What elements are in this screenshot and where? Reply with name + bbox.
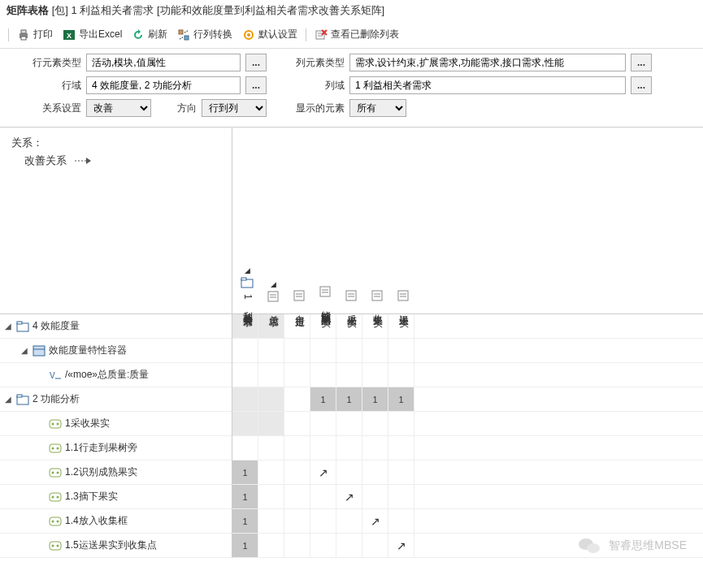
matrix-cell[interactable] (232, 314, 258, 338)
matrix-cell[interactable]: 1 (388, 387, 414, 411)
print-button[interactable]: 打印 (14, 26, 56, 43)
transpose-button[interactable]: 行列转换 (174, 26, 236, 43)
matrix-cell[interactable] (284, 460, 310, 484)
matrix-cell[interactable] (258, 509, 284, 533)
matrix-cell[interactable] (284, 339, 310, 362)
col-type-input[interactable] (349, 54, 626, 71)
tree-row[interactable]: 1.5运送果实到收集点 (0, 534, 232, 558)
matrix-cell[interactable] (362, 534, 388, 557)
matrix-cell[interactable]: ↗ (388, 534, 414, 557)
display-select[interactable]: 所有 (349, 99, 406, 117)
matrix-cell[interactable] (310, 412, 336, 435)
matrix-cell[interactable] (232, 363, 258, 387)
matrix-cell[interactable] (310, 363, 336, 387)
matrix-cell[interactable] (336, 509, 362, 533)
matrix-cell[interactable]: 1 (362, 387, 388, 411)
expander-icon[interactable]: ◢ (21, 346, 29, 355)
matrix-cell[interactable] (310, 339, 336, 362)
matrix-cell[interactable] (310, 534, 336, 557)
matrix-cell[interactable] (336, 314, 362, 338)
matrix-cell[interactable] (362, 314, 388, 338)
matrix-cell[interactable]: ↗ (336, 485, 362, 508)
matrix-cell[interactable] (362, 485, 388, 508)
column-header[interactable]: 采摘果实 (338, 128, 364, 313)
matrix-cell[interactable] (362, 460, 388, 484)
col-domain-input[interactable] (349, 76, 626, 94)
matrix-cell[interactable] (284, 314, 310, 338)
matrix-cell[interactable] (258, 460, 284, 484)
matrix-cell[interactable] (388, 436, 414, 460)
direction-select[interactable]: 行到列 (202, 99, 267, 117)
view-deleted-button[interactable]: 查看已删除列表 (311, 26, 402, 43)
row-domain-browse[interactable]: ... (245, 76, 267, 94)
matrix-cell[interactable] (258, 412, 284, 435)
matrix-cell[interactable] (310, 314, 336, 338)
matrix-cell[interactable] (284, 436, 310, 460)
matrix-cell[interactable] (336, 363, 362, 387)
column-header[interactable]: ◢总需求 (260, 128, 286, 313)
export-excel-button[interactable]: X 导出Excel (59, 26, 125, 43)
matrix-cell[interactable] (388, 363, 414, 387)
matrix-cell[interactable] (284, 509, 310, 533)
matrix-cell[interactable] (388, 509, 414, 533)
column-header[interactable]: 自主行走 (286, 128, 312, 313)
matrix-cell[interactable]: 1 (232, 460, 258, 484)
matrix-cell[interactable] (362, 436, 388, 460)
matrix-cell[interactable] (336, 534, 362, 557)
matrix-cell[interactable] (388, 314, 414, 338)
row-type-input[interactable] (86, 54, 241, 71)
tree-row[interactable]: 1.2识别成熟果实 (0, 460, 232, 485)
column-header[interactable]: 收集果实 (364, 128, 390, 313)
matrix-cell[interactable]: 1 (336, 387, 362, 411)
matrix-cell[interactable] (388, 412, 414, 435)
matrix-cell[interactable]: 1 (232, 509, 258, 533)
matrix-cell[interactable] (258, 314, 284, 338)
matrix-cell[interactable] (362, 363, 388, 387)
matrix-cell[interactable] (336, 412, 362, 435)
expander-icon[interactable]: ◢ (5, 395, 13, 404)
matrix-cell[interactable] (232, 412, 258, 435)
matrix-cell[interactable] (232, 339, 258, 362)
tree-row[interactable]: 1.1行走到果树旁 (0, 436, 232, 460)
matrix-cell[interactable] (258, 387, 284, 411)
matrix-cell[interactable] (310, 436, 336, 460)
matrix-cell[interactable] (310, 485, 336, 508)
relation-select[interactable]: 改善 (86, 99, 151, 117)
matrix-cell[interactable] (232, 436, 258, 460)
matrix-cell[interactable] (336, 460, 362, 484)
matrix-cell[interactable] (258, 436, 284, 460)
matrix-cell[interactable]: 1 (232, 534, 258, 557)
matrix-cell[interactable]: 1 (232, 485, 258, 508)
col-type-browse[interactable]: ... (631, 54, 652, 71)
matrix-cell[interactable] (284, 387, 310, 411)
tree-row[interactable]: ◢2 功能分析 (0, 387, 232, 412)
matrix-cell[interactable] (284, 485, 310, 508)
expander-icon[interactable]: ◢ (5, 322, 13, 331)
matrix-cell[interactable] (258, 363, 284, 387)
matrix-cell[interactable] (284, 412, 310, 435)
matrix-cell[interactable] (336, 436, 362, 460)
matrix-cell[interactable]: ↗ (310, 460, 336, 484)
column-header[interactable]: ◢1 利益相关关者需求 (234, 128, 260, 313)
defaults-button[interactable]: 默认设置 (239, 26, 301, 43)
matrix-cell[interactable] (232, 387, 258, 411)
matrix-cell[interactable] (388, 485, 414, 508)
matrix-cell[interactable] (388, 339, 414, 362)
refresh-button[interactable]: 刷新 (128, 26, 171, 43)
matrix-cell[interactable]: ↗ (362, 509, 388, 533)
tree-row[interactable]: 1采收果实 (0, 412, 232, 436)
matrix-cell[interactable] (336, 339, 362, 362)
matrix-cell[interactable] (310, 509, 336, 533)
tree-row[interactable]: ◢4 效能度量 (0, 314, 232, 339)
tree-row[interactable]: 1.3摘下果实 (0, 485, 232, 509)
tree-row[interactable]: V/«moe»总质量:质量 (0, 363, 232, 387)
matrix-cell[interactable] (362, 412, 388, 435)
matrix-cell[interactable] (258, 485, 284, 508)
matrix-cell[interactable] (258, 339, 284, 362)
matrix-cell[interactable] (388, 460, 414, 484)
column-header[interactable]: 运送果实 (390, 128, 416, 313)
col-domain-browse[interactable]: ... (631, 76, 652, 94)
tree-row[interactable]: 1.4放入收集框 (0, 509, 232, 534)
matrix-cell[interactable] (362, 339, 388, 362)
row-type-browse[interactable]: ... (245, 54, 267, 71)
